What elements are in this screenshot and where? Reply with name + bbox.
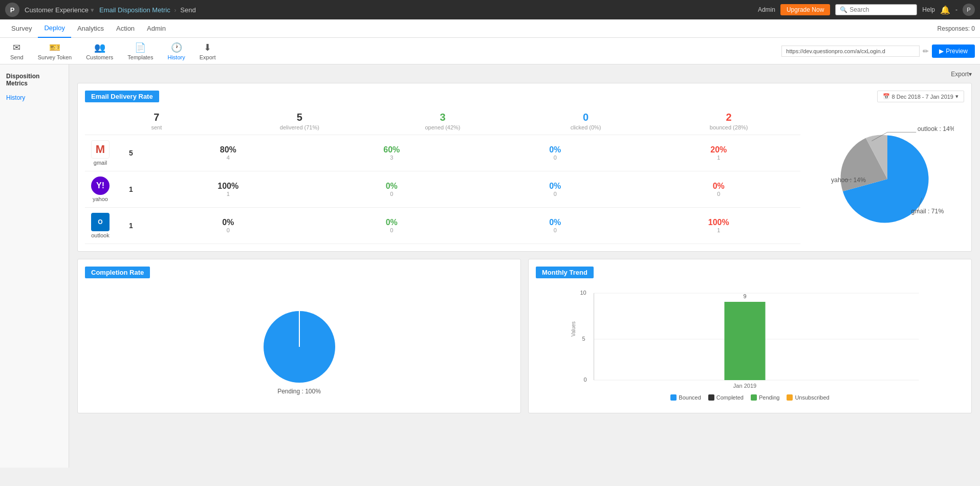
second-nav: Survey Deploy Analytics Action Admin Res…	[0, 19, 980, 38]
pie-label-outlook: outlook : 14%	[918, 125, 954, 132]
gmail-icon: M	[91, 140, 110, 159]
app-dropdown-arrow: ▾	[91, 6, 94, 14]
templates-icon: 📄	[135, 42, 146, 53]
outlook-bounced: 100% 1	[637, 218, 801, 233]
gmail-delivered: 80% 4	[146, 145, 310, 161]
toolbar-templates[interactable]: 📄 Templates	[122, 40, 158, 62]
toolbar: ✉ Send 🎫 Survey Token 👥 Customers 📄 Temp…	[0, 38, 980, 64]
edr-pie-chart: outlook : 14% yahoo : 14% gmail : 71%	[811, 107, 964, 244]
toolbar-history[interactable]: 🕐 History	[162, 40, 190, 62]
yahoo-clicked-pct: 0%	[473, 182, 637, 191]
yahoo-delivered: 100% 1	[146, 182, 310, 197]
outlook-opened-pct: 0%	[310, 218, 474, 227]
edit-url-icon[interactable]: ✏	[923, 47, 929, 55]
gmail-opened: 60% 3	[310, 145, 474, 161]
y-label-5: 5	[582, 336, 585, 342]
date-dropdown-arrow: ▾	[955, 93, 959, 100]
responses-info: Responses: 0	[938, 25, 975, 32]
total-bounced-label: bounced (28%)	[657, 124, 800, 130]
legend-completed-dot	[708, 394, 714, 401]
nav-survey[interactable]: Survey	[5, 19, 38, 38]
legend-unsubscribed-label: Unsubscribed	[795, 394, 829, 401]
upgrade-button[interactable]: Upgrade Now	[780, 4, 830, 15]
customers-icon: 👥	[94, 42, 105, 53]
total-delivered-label: delivered (71%)	[228, 124, 372, 130]
total-delivered-value: 5	[228, 112, 372, 123]
toolbar-survey-token[interactable]: 🎫 Survey Token	[33, 40, 77, 62]
outlook-row: O outlook 1 0% 0 0% 0 0%	[85, 208, 800, 244]
totals-row: 7 sent 5 delivered (71%) 3 opened (42%)	[85, 107, 800, 135]
sidebar-item-history[interactable]: History	[0, 90, 69, 105]
yahoo-name: yahoo	[93, 196, 108, 202]
yahoo-delivered-pct: 100%	[146, 182, 310, 191]
gmail-clicked: 0% 0	[473, 145, 637, 161]
toolbar-export[interactable]: ⬇ Export	[194, 40, 221, 62]
calendar-icon: 📅	[883, 93, 890, 100]
total-sent-value: 7	[85, 112, 228, 123]
search-icon: 🔍	[840, 6, 847, 13]
yahoo-bounced-pct: 0%	[637, 182, 801, 191]
nav-deploy[interactable]: Deploy	[38, 19, 71, 38]
admin-label: Admin	[758, 6, 775, 13]
main-export-button[interactable]: Export▾	[951, 71, 972, 78]
yahoo-bounced-sub: 0	[637, 191, 801, 197]
pending-label: Pending : 100%	[277, 388, 321, 395]
gmail-bounced: 20% 1	[637, 145, 801, 161]
outlook-clicked-pct: 0%	[473, 218, 637, 227]
total-delivered-cell: 5 delivered (71%)	[228, 112, 372, 130]
notifications-bell-icon[interactable]: 🔔	[940, 5, 950, 15]
legend-bounced-dot	[670, 394, 677, 401]
total-clicked-cell: 0 clicked (0%)	[514, 112, 658, 130]
user-avatar[interactable]: P	[963, 4, 975, 16]
app-logo: P	[5, 3, 19, 17]
toolbar-send[interactable]: ✉ Send	[5, 40, 29, 62]
nav-action[interactable]: Action	[110, 19, 141, 38]
preview-icon: ▶	[939, 48, 944, 55]
breadcrumb-part1[interactable]: Email Disposition Metric	[99, 6, 170, 14]
nav-analytics[interactable]: Analytics	[71, 19, 110, 38]
nav-admin[interactable]: Admin	[141, 19, 172, 38]
total-clicked-value: 0	[514, 112, 658, 123]
total-bounced-cell: 2 bounced (28%)	[657, 112, 800, 130]
toolbar-url-area: ✏ ▶ Preview	[781, 45, 975, 58]
date-range-label: 8 Dec 2018 - 7 Jan 2019	[892, 94, 953, 100]
gmail-name: gmail	[94, 160, 107, 166]
date-range-button[interactable]: 📅 8 Dec 2018 - 7 Jan 2019 ▾	[877, 91, 964, 102]
app-name-label: Customer Experience	[25, 6, 89, 14]
completion-rate-card: Completion Rate Pending : 100%	[77, 259, 521, 413]
history-label: History	[167, 54, 185, 60]
survey-url-input[interactable]	[781, 46, 920, 57]
yahoo-clicked: 0% 0	[473, 182, 637, 197]
bar-jan2019	[725, 302, 766, 380]
history-icon: 🕐	[171, 42, 182, 53]
outlook-opened: 0% 0	[310, 218, 474, 233]
legend-unsubscribed-dot	[787, 394, 793, 401]
monthly-trend-card: Monthly Trend 10 5 0 Values	[528, 259, 972, 413]
export-icon: ⬇	[204, 42, 211, 53]
email-delivery-title: Email Delivery Rate	[85, 91, 159, 102]
completion-pie-svg	[248, 296, 351, 398]
gmail-count: 5	[116, 149, 146, 157]
x-label-jan2019: Jan 2019	[733, 383, 756, 388]
gmail-opened-pct: 60%	[310, 145, 474, 154]
yahoo-row: Y! yahoo 1 100% 1 0% 0 0%	[85, 171, 800, 208]
outlook-delivered-pct: 0%	[146, 218, 310, 227]
send-label: Send	[10, 54, 24, 60]
gmail-opened-sub: 3	[310, 154, 474, 161]
total-opened-cell: 3 opened (42%)	[371, 112, 514, 130]
yahoo-clicked-sub: 0	[473, 191, 637, 197]
toolbar-customers[interactable]: 👥 Customers	[81, 40, 118, 62]
outlook-icon-cell: O outlook	[85, 213, 116, 238]
search-input[interactable]	[850, 6, 916, 13]
search-box[interactable]: 🔍	[835, 4, 917, 15]
outlook-delivered-sub: 0	[146, 227, 310, 233]
app-name[interactable]: Customer Experience ▾	[25, 6, 94, 14]
bottom-row: Completion Rate Pending : 100% Monthly T…	[77, 259, 972, 421]
edr-content: 7 sent 5 delivered (71%) 3 opened (42%)	[85, 107, 964, 244]
outlook-opened-sub: 0	[310, 227, 474, 233]
yahoo-icon-cell: Y! yahoo	[85, 176, 116, 202]
legend-pending-dot	[751, 394, 757, 401]
preview-button[interactable]: ▶ Preview	[932, 45, 975, 58]
export-label: Export	[200, 54, 216, 60]
help-label[interactable]: Help	[922, 6, 935, 13]
